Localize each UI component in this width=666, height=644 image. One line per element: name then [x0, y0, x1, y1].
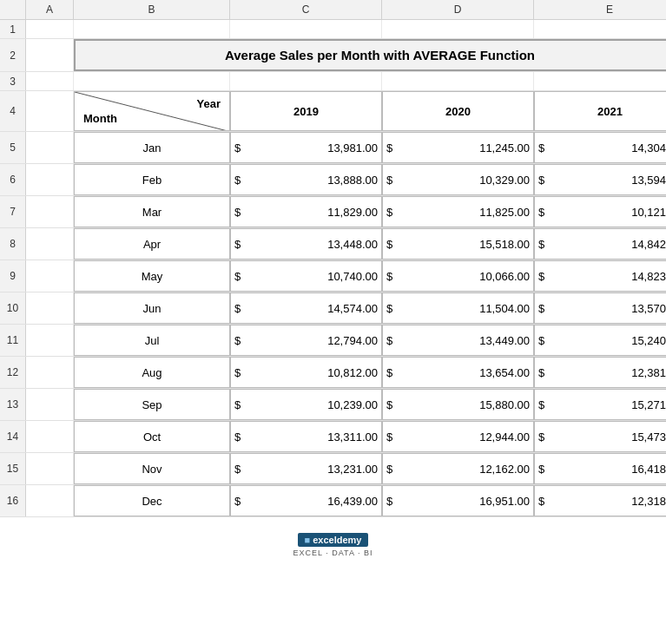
dollar-2019-Jul: $ [234, 334, 241, 347]
row-5: 5 Jan $ 13,981.00 $ 11,245.00 $ 14,304.0… [0, 132, 666, 164]
cell-month-Oct: Oct [74, 421, 230, 452]
amount-2020-Oct: 12,944.00 [396, 430, 530, 444]
cell-a11 [26, 325, 74, 356]
dollar-2020-Dec: $ [386, 495, 392, 508]
cell-a7 [26, 196, 74, 227]
cell-month-Mar: Mar [74, 196, 230, 227]
amount-2020-Nov: 12,162.00 [396, 463, 530, 476]
cell-d3 [382, 72, 534, 90]
dollar-2020-May: $ [386, 270, 392, 283]
amount-2021-Jun: 13,570.00 [548, 302, 666, 315]
cell-2020-Nov: $ 12,162.00 [382, 453, 534, 484]
cell-2019-Dec: $ 16,439.00 [230, 485, 382, 516]
cell-2021-Jan: $ 14,304.00 [534, 132, 666, 163]
row-num-2: 2 [0, 39, 26, 71]
cell-a12 [26, 357, 74, 388]
dollar-2021-Oct: $ [538, 430, 544, 444]
row-8: 8 Apr $ 13,448.00 $ 15,518.00 $ 14,842.0… [0, 228, 666, 260]
cell-2021-Sep: $ 15,271.00 [534, 389, 666, 420]
dollar-2020-Jan: $ [386, 141, 392, 154]
brand-name: exceldemy [313, 535, 361, 545]
dollar-2019-Dec: $ [234, 495, 241, 508]
header-month-year: Year Month [74, 91, 230, 131]
dollar-2020-Mar: $ [386, 206, 392, 219]
amount-2019-Jan: 13,981.00 [244, 141, 378, 154]
row-15: 15 Nov $ 13,231.00 $ 12,162.00 $ 16,418.… [0, 453, 666, 485]
cell-c1 [230, 20, 382, 38]
amount-2020-Jul: 13,449.00 [396, 334, 530, 347]
row-4: 4 Year Month 2019 2020 2021 [0, 91, 666, 132]
amount-2021-Dec: 12,318.00 [548, 495, 666, 508]
cell-month-Jan: Jan [74, 132, 230, 163]
cell-a9 [26, 260, 74, 292]
amount-2021-Jul: 15,240.00 [548, 334, 666, 347]
cell-2021-Jun: $ 13,570.00 [534, 292, 666, 324]
dollar-2019-Mar: $ [234, 206, 241, 219]
cell-2019-Feb: $ 13,888.00 [230, 164, 382, 195]
cell-2021-Jul: $ 15,240.00 [534, 325, 666, 356]
row-12: 12 Aug $ 10,812.00 $ 13,654.00 $ 12,381.… [0, 357, 666, 389]
amount-2019-Dec: 16,439.00 [244, 495, 378, 508]
footer: ■ exceldemy EXCEL · DATA · BI [0, 526, 666, 564]
amount-2021-Apr: 14,842.00 [548, 238, 666, 251]
row-2: 2 Average Sales per Month with AVERAGE F… [0, 39, 666, 72]
amount-2019-Mar: 11,829.00 [244, 206, 378, 219]
row-num-14: 14 [0, 421, 26, 452]
dollar-2020-Oct: $ [386, 430, 392, 444]
dollar-2021-Dec: $ [538, 495, 544, 508]
cell-2021-Feb: $ 13,594.00 [534, 164, 666, 195]
dollar-2019-Apr: $ [234, 238, 241, 251]
amount-2020-Jun: 11,504.00 [396, 302, 530, 315]
cell-month-Dec: Dec [74, 485, 230, 516]
dollar-2021-May: $ [538, 270, 544, 283]
brand-tagline: EXCEL · DATA · BI [293, 549, 373, 557]
cell-e1 [534, 20, 666, 38]
amount-2021-Oct: 15,473.00 [548, 430, 666, 444]
cell-2020-Jul: $ 13,449.00 [382, 325, 534, 356]
cell-2019-Jun: $ 14,574.00 [230, 292, 382, 324]
row-13: 13 Sep $ 10,239.00 $ 15,880.00 $ 15,271.… [0, 389, 666, 421]
header-2021: 2021 [534, 91, 666, 131]
amount-2020-Apr: 15,518.00 [396, 238, 530, 251]
amount-2021-Aug: 12,381.00 [548, 366, 666, 379]
cell-d1 [382, 20, 534, 38]
cell-month-Sep: Sep [74, 389, 230, 420]
row-num-5: 5 [0, 132, 26, 163]
amount-2019-Oct: 13,311.00 [244, 430, 378, 444]
amount-2019-Jul: 12,794.00 [244, 334, 378, 347]
cell-a2 [26, 39, 74, 71]
header-2019: 2019 [230, 91, 382, 131]
dollar-2021-Jul: $ [538, 334, 544, 347]
row-16: 16 Dec $ 16,439.00 $ 16,951.00 $ 12,318.… [0, 485, 666, 517]
dollar-2019-Jan: $ [234, 141, 241, 154]
cell-2019-Nov: $ 13,231.00 [230, 453, 382, 484]
dollar-2021-Nov: $ [538, 463, 544, 476]
cell-e3 [534, 72, 666, 90]
dollar-2020-Apr: $ [386, 238, 392, 251]
dollar-2019-May: $ [234, 270, 241, 283]
dollar-2021-Aug: $ [538, 366, 544, 379]
cell-2020-Apr: $ 15,518.00 [382, 228, 534, 260]
amount-2020-Jan: 11,245.00 [396, 141, 530, 154]
col-header-a: A [26, 0, 74, 19]
row-num-8: 8 [0, 228, 26, 260]
month-label: Month [83, 112, 117, 125]
cell-a16 [26, 485, 74, 516]
amount-2020-May: 10,066.00 [396, 270, 530, 283]
column-headers: A B C D E [0, 0, 666, 20]
cell-2021-Aug: $ 12,381.00 [534, 357, 666, 388]
row-num-12: 12 [0, 357, 26, 388]
cell-2021-Nov: $ 16,418.00 [534, 453, 666, 484]
cell-2021-Dec: $ 12,318.00 [534, 485, 666, 516]
cell-2019-Jan: $ 13,981.00 [230, 132, 382, 163]
col-header-c: C [230, 0, 382, 19]
amount-2020-Mar: 11,825.00 [396, 206, 530, 219]
row-num-15: 15 [0, 453, 26, 484]
amount-2021-May: 14,823.00 [548, 270, 666, 283]
brand-area: ■ exceldemy EXCEL · DATA · BI [293, 533, 373, 557]
row-1: 1 [0, 20, 666, 39]
cell-month-May: May [74, 260, 230, 292]
cell-a3 [26, 72, 74, 90]
data-rows: 5 Jan $ 13,981.00 $ 11,245.00 $ 14,304.0… [0, 132, 666, 517]
cell-a1 [26, 20, 74, 38]
